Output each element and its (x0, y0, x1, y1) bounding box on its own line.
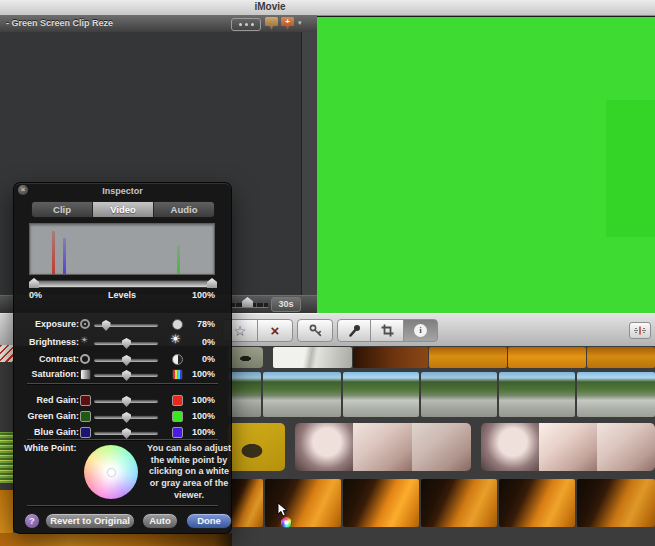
inspector-info-button[interactable]: i (403, 319, 438, 342)
clip-thumbnail[interactable] (228, 423, 285, 471)
crop-button[interactable] (370, 319, 404, 342)
reject-button[interactable]: × (257, 319, 293, 342)
auto-button[interactable]: Auto (142, 513, 178, 529)
clip-thumbnail[interactable] (228, 479, 263, 527)
clip-title: - Green Screen Clip Reze (6, 18, 113, 28)
slider-row-brightness: Brightness: ☀ ☀ 0% (14, 336, 231, 348)
chevron-down-icon[interactable]: ▾ (298, 19, 302, 27)
clip-thumbnail[interactable] (228, 372, 261, 417)
levels-labels: 0% Levels 100% (29, 290, 215, 300)
inspector-tabs: Clip Video Audio (31, 201, 215, 218)
brightness-slider[interactable] (94, 341, 158, 345)
slider-thumb[interactable] (122, 355, 131, 366)
keyword-button[interactable] (297, 319, 333, 342)
divider (27, 439, 218, 440)
slider-row-contrast: Contrast: 0% (14, 353, 231, 365)
slider-row-saturation: Saturation: 100% (14, 368, 231, 380)
slider-thumb[interactable] (122, 428, 131, 439)
tab-clip[interactable]: Clip (32, 202, 93, 217)
saturation-min-icon[interactable] (80, 369, 91, 380)
white-point-marker[interactable] (108, 469, 115, 476)
waveform-toggle-button[interactable] (629, 322, 651, 339)
help-button[interactable]: ? (24, 513, 40, 529)
blue-gain-max-icon[interactable] (172, 427, 183, 438)
clip-duration-button[interactable]: 30s (271, 297, 301, 312)
slider-thumb[interactable] (122, 370, 131, 381)
green-gain-slider[interactable] (94, 415, 158, 419)
revert-to-original-button[interactable]: Revert to Original (45, 513, 135, 529)
clip-thumbnail[interactable] (481, 423, 655, 471)
exposure-max-icon[interactable] (172, 319, 183, 330)
voiceover-mic-icon (347, 323, 362, 338)
clip-thumbnail[interactable] (429, 347, 507, 368)
clip-thumbnail[interactable] (295, 423, 471, 471)
green-gain-min-icon[interactable] (80, 411, 91, 422)
app-title: iMovie (0, 1, 540, 12)
slider-row-blue-gain: Blue Gain: 100% (14, 426, 231, 438)
slider-thumb[interactable] (102, 320, 111, 331)
blue-gain-slider[interactable] (94, 431, 158, 435)
more-options-button[interactable] (231, 18, 261, 31)
clip-thumbnail[interactable] (0, 432, 13, 483)
exposure-slider[interactable] (94, 323, 158, 327)
mouse-cursor (277, 502, 289, 518)
red-gain-slider[interactable] (94, 399, 158, 403)
tab-audio[interactable]: Audio (154, 202, 214, 217)
slider-row-exposure: Exposure: 78% (14, 318, 231, 330)
voiceover-button[interactable] (337, 319, 371, 342)
clip-thumbnail[interactable] (421, 372, 497, 417)
clip-thumbnail[interactable] (499, 479, 575, 527)
clip-thumbnail[interactable] (343, 372, 419, 417)
imovie-window: iMovie - Green Screen Clip Reze + ▾ 30s … (0, 0, 655, 546)
clip-thumbnail[interactable] (228, 347, 263, 368)
clip-thumbnail[interactable] (343, 479, 419, 527)
contrast-min-icon[interactable] (80, 354, 90, 364)
slider-thumb[interactable] (122, 396, 131, 407)
greenscreen-patch (606, 100, 655, 237)
brightness-max-icon[interactable]: ☀ (170, 332, 181, 346)
histogram-spike (52, 231, 55, 274)
star-icon: ☆ (234, 324, 247, 338)
levels-slider[interactable] (29, 280, 217, 288)
clip-thumbnail[interactable] (577, 479, 655, 527)
tab-video[interactable]: Video (93, 202, 154, 217)
exposure-min-icon[interactable] (80, 319, 90, 329)
video-viewer-greenscreen[interactable] (317, 16, 655, 314)
levels-title: Levels (29, 290, 215, 300)
clip-thumbnail[interactable] (508, 347, 586, 368)
levels-max-handle[interactable] (207, 278, 217, 288)
slider-thumb[interactable] (122, 412, 131, 423)
red-gain-max-icon[interactable] (172, 395, 183, 406)
red-gain-label: Red Gain: (14, 395, 79, 405)
red-gain-min-icon[interactable] (80, 395, 91, 406)
inspector-title: Inspector (14, 186, 231, 196)
contrast-slider[interactable] (94, 358, 158, 362)
clip-thumbnail[interactable] (273, 347, 352, 368)
saturation-max-icon[interactable] (172, 369, 183, 380)
info-icon: i (414, 324, 427, 337)
titlebar: iMovie (0, 0, 655, 16)
blue-gain-label: Blue Gain: (14, 427, 79, 437)
brightness-min-icon[interactable]: ☀ (80, 334, 88, 346)
clip-thumbnail[interactable] (263, 372, 341, 417)
contrast-label: Contrast: (14, 354, 79, 364)
divider (27, 505, 218, 506)
clip-thumbnail[interactable] (0, 533, 232, 546)
contrast-max-icon[interactable] (172, 354, 183, 365)
white-point-help-text: You can also adjust the white point by c… (147, 443, 231, 501)
scrollbar-track[interactable] (301, 32, 318, 295)
clip-thumbnail[interactable] (587, 347, 655, 368)
slider-thumb[interactable] (122, 338, 131, 349)
clip-thumbnail[interactable] (577, 372, 655, 417)
green-gain-max-icon[interactable] (172, 411, 183, 422)
clip-thumbnail[interactable] (499, 372, 575, 417)
done-button[interactable]: Done (186, 513, 232, 529)
levels-min-handle[interactable] (29, 278, 39, 288)
clip-thumbnail[interactable] (353, 347, 428, 368)
clip-thumbnail[interactable] (0, 345, 13, 362)
blue-gain-min-icon[interactable] (80, 427, 91, 438)
saturation-slider[interactable] (94, 373, 158, 377)
brightness-value: 0% (189, 337, 215, 347)
clip-thumbnail[interactable] (421, 479, 497, 527)
white-point-color-wheel[interactable] (84, 445, 138, 499)
